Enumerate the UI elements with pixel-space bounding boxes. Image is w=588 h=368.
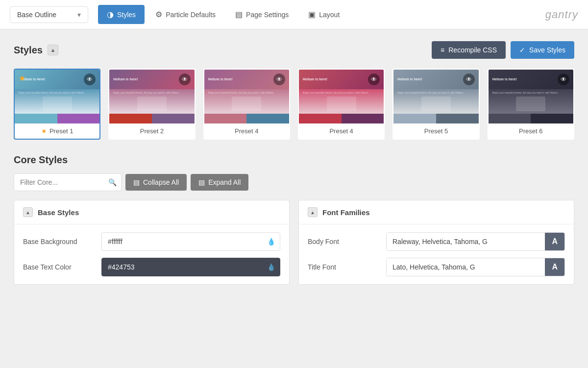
tab-particle-defaults-label: Particle Defaults [166,11,216,19]
tab-layout-label: Layout [319,11,340,19]
header-actions: ≡ Recompile CSS ✓ Save Styles [432,41,574,59]
tab-particle-defaults[interactable]: ⚙ Particle Defaults [147,5,224,24]
preset-4a-bg: Helium is here! 👁 Begin your beautiful t… [204,70,289,123]
styles-icon: ◑ [107,10,114,19]
font-families-body: Body Font A Title Font A [299,224,574,284]
collapse-all-icon: ▤ [133,178,140,186]
recompile-icon: ≡ [441,46,444,54]
preset-1-ipad [43,97,72,111]
preset-4a-label-text: Preset 4 [235,127,258,135]
expand-all-icon: ▤ [198,178,205,186]
dropper-icon-bg: 💧 [267,238,275,245]
recompile-css-button[interactable]: ≡ Recompile CSS [432,41,506,59]
preset-1-strip-1 [15,114,57,123]
preset-4b-label-text: Preset 4 [329,127,353,135]
preset-card-1[interactable]: ★ Helium is here! 👁 Begin your beautiful… [14,69,100,140]
preset-4a-ipad [232,97,261,111]
tab-page-settings[interactable]: ▤ Page Settings [226,5,297,24]
preset-card-5[interactable]: Helium is here! 👁 Begin your beautiful t… [392,69,479,140]
preset-4b-sub-text: Begin your beautiful theme, the way you … [303,91,380,95]
preset-5-bottom-strips [393,114,478,123]
page-settings-icon: ▤ [235,10,243,19]
base-background-input[interactable] [101,232,280,251]
body-font-input-wrap: A [386,232,565,251]
preset-4b-bg: Helium is here! 👁 Begin your beautiful t… [299,70,384,123]
preset-6-label-text: Preset 6 [519,127,542,135]
preset-1-bg: ★ Helium is here! 👁 Begin your beautiful… [15,70,99,123]
preset-2-strip-2 [152,114,195,123]
particle-defaults-icon: ⚙ [155,10,162,19]
preset-4b-middle: Begin your beautiful theme, the way you … [299,89,384,114]
font-families-header: ▲ Font Families [299,200,574,224]
outline-selector-label: Base Outline [17,11,56,19]
preset-5-strip-2 [436,114,479,123]
filter-core-input[interactable] [14,173,122,191]
preset-2-sub-text: Begin your beautiful theme, the way you … [113,91,190,95]
preset-4b-label: Preset 4 [299,123,384,139]
font-families-title: Font Families [322,208,370,217]
body-font-row: Body Font A [308,232,565,251]
tab-styles[interactable]: ◑ Styles [98,5,145,24]
preset-6-top-strip: Helium is here! 👁 [489,70,573,89]
preset-1-eye-icon: 👁 [84,74,96,85]
styles-collapse-button[interactable]: ▲ [48,45,58,55]
preset-5-label: Preset 5 [393,123,478,139]
preset-5-middle: Begin your beautiful theme, the way you … [393,89,478,114]
top-navigation: Base Outline ▾ ◑ Styles ⚙ Particle Defau… [0,0,588,29]
collapse-all-label: Collapse All [143,178,179,186]
preset-1-sub-text: Begin your beautiful theme, the way you … [19,91,96,95]
preset-5-bg: Helium is here! 👁 Begin your beautiful t… [393,70,478,123]
base-text-color-input[interactable] [101,258,280,276]
preset-6-eye-icon: 👁 [558,74,569,85]
preset-2-label-text: Preset 2 [140,127,164,135]
font-families-panel: ▲ Font Families Body Font A Title Font A [298,200,574,285]
preset-2-bg: Helium is here! 👁 Begin your beautiful t… [109,70,194,123]
preset-4a-thumbnail: Helium is here! 👁 Begin your beautiful t… [204,70,289,123]
core-styles-title: Core Styles [14,154,574,166]
base-styles-panel: ▲ Base Styles Base Background 💧 Base Tex… [14,200,290,285]
preset-4b-strip-1 [299,114,342,123]
presets-grid: ★ Helium is here! 👁 Begin your beautiful… [14,69,574,140]
base-text-color-label: Base Text Color [23,263,101,271]
font-families-collapse-btn[interactable]: ▲ [308,207,318,217]
style-panels: ▲ Base Styles Base Background 💧 Base Tex… [14,200,574,285]
preset-2-ipad [137,97,167,111]
preset-5-strip-1 [393,114,436,123]
body-font-input[interactable] [387,233,545,250]
preset-4b-strip-2 [342,114,384,123]
body-font-a-button[interactable]: A [545,233,564,250]
nav-tabs: ◑ Styles ⚙ Particle Defaults ▤ Page Sett… [98,5,545,24]
chevron-down-icon: ▾ [77,11,81,19]
preset-card-4b[interactable]: Helium is here! 👁 Begin your beautiful t… [298,69,385,140]
base-styles-body: Base Background 💧 Base Text Color 💧 [14,224,289,284]
title-font-input[interactable] [387,258,545,276]
title-font-label: Title Font [308,263,386,271]
base-background-input-wrap: 💧 [101,232,280,251]
preset-4b-top-strip: Helium is here! 👁 [299,70,384,89]
base-styles-collapse-btn[interactable]: ▲ [23,207,33,217]
preset-4a-eye-icon: 👁 [273,74,285,85]
preset-card-6[interactable]: Helium is here! 👁 Begin your beautiful t… [488,69,574,140]
preset-5-top-strip: Helium is here! 👁 [393,70,478,89]
preset-5-label-text: Preset 5 [424,127,448,135]
preset-card-4a[interactable]: Helium is here! 👁 Begin your beautiful t… [203,69,290,140]
expand-all-button[interactable]: ▤ Expand All [191,174,248,191]
preset-card-2[interactable]: Helium is here! 👁 Begin your beautiful t… [108,69,195,140]
body-font-label: Body Font [308,238,386,245]
preset-6-thumbnail: Helium is here! 👁 Begin your beautiful t… [489,70,573,123]
preset-2-thumbnail: Helium is here! 👁 Begin your beautiful t… [109,70,194,123]
outline-selector[interactable]: Base Outline ▾ [10,6,88,23]
preset-4a-label: Preset 4 [204,123,289,139]
preset-2-top-strip: Helium is here! 👁 [109,70,194,89]
tab-styles-label: Styles [117,11,136,19]
base-text-color-row: Base Text Color 💧 [23,258,280,276]
base-background-row: Base Background 💧 [23,232,280,251]
tab-layout[interactable]: ▣ Layout [299,5,348,24]
filter-bar: 🔍 ▤ Collapse All ▤ Expand All [14,173,574,191]
collapse-all-button[interactable]: ▤ Collapse All [125,174,187,191]
preset-6-sub-text: Begin your beautiful theme, the way you … [492,91,569,95]
search-icon: 🔍 [108,178,117,186]
save-styles-button[interactable]: ✓ Save Styles [511,41,574,59]
title-font-a-button[interactable]: A [545,258,564,276]
preset-6-label: Preset 6 [489,123,573,139]
